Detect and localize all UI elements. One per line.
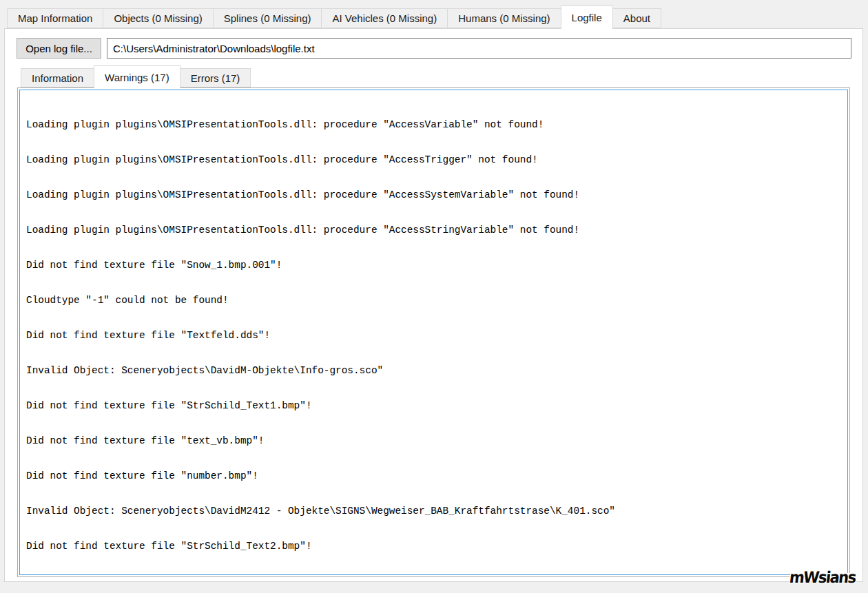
log-path-input[interactable] (107, 38, 851, 59)
log-line: Cloudtype "-1" could not be found! (26, 295, 845, 306)
log-line: Did not find texture file "StrSchild_Tex… (26, 541, 845, 552)
log-line: Did not find texture file "Textfeld.dds"… (26, 330, 845, 342)
log-tab-bar: Information Warnings (17) Errors (17) (21, 65, 251, 88)
log-line: Loading plugin plugins\OMSIPresentationT… (26, 154, 845, 166)
tab-objects[interactable]: Objects (0 Missing) (103, 8, 213, 28)
tab-information[interactable]: Information (21, 68, 94, 87)
tab-map-information[interactable]: Map Information (7, 8, 103, 28)
log-line: Invalid Object: Sceneryobjects\DavidM241… (26, 506, 845, 517)
tab-splines[interactable]: Splines (0 Missing) (213, 8, 322, 28)
log-line: Did not find texture file "Snow_1.bmp.00… (26, 260, 845, 271)
log-line: Did not find texture file "number.bmp"! (26, 470, 845, 482)
tab-ai-vehicles[interactable]: AI Vehicles (0 Missing) (321, 8, 448, 28)
log-text: Loading plugin plugins\OMSIPresentationT… (20, 90, 847, 575)
log-line: Loading plugin plugins\OMSIPresentationT… (26, 225, 845, 236)
log-line: Did not find texture file "text_vb.bmp"! (26, 435, 845, 447)
tab-errors[interactable]: Errors (17) (180, 68, 251, 87)
watermark: mWsians (789, 568, 857, 586)
warnings-tab-page: Loading plugin plugins\OMSIPresentationT… (17, 87, 850, 577)
tab-humans[interactable]: Humans (0 Missing) (447, 8, 561, 28)
log-line: Did not find texture file "StrSchild_Tex… (26, 400, 845, 412)
tab-logfile[interactable]: Logfile (561, 6, 613, 29)
log-output[interactable]: Loading plugin plugins\OMSIPresentationT… (19, 90, 848, 575)
log-line: Invalid Object: Sceneryobjects\DavidM-Ob… (26, 365, 845, 377)
log-line: Loading plugin plugins\OMSIPresentationT… (26, 119, 845, 131)
tab-warnings[interactable]: Warnings (17) (94, 65, 180, 88)
tab-about[interactable]: About (612, 8, 661, 28)
main-tab-bar: Map Information Objects (0 Missing) Spli… (7, 6, 661, 29)
open-log-file-button[interactable]: Open log file... (17, 38, 101, 59)
log-line: Loading plugin plugins\OMSIPresentationT… (26, 189, 845, 201)
